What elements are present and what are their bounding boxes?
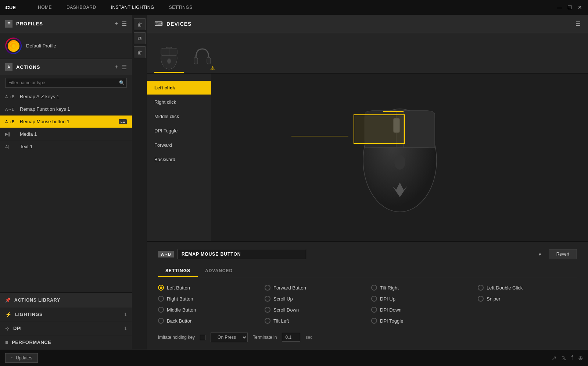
action-name: Media 1 [20,131,37,137]
mouse-btn-middle-click[interactable]: Middle click [147,110,211,123]
actions-icon: A [5,63,12,71]
mouse-image [348,90,451,224]
maximize-button[interactable]: ☐ [566,4,573,10]
tab-advanced[interactable]: ADVANCED [198,265,240,277]
radio-label: Scroll Down [273,307,299,313]
lib-count: 1 [124,312,127,317]
menu-profile-button[interactable]: ☰ [122,20,127,27]
radio-dpi-up[interactable]: DPI Up [371,296,470,302]
mouse-btn-right-click[interactable]: Right click [147,95,211,109]
remap-badge: A→B [158,251,174,257]
radio-tilt-right[interactable]: Tilt Right [371,285,470,291]
radio-label: Back Button [167,318,193,324]
radio-left-double-click[interactable]: Left Double Click [478,285,577,291]
devices-label: DEVICES [166,21,191,27]
library-item-dpi[interactable]: ⊹ DPI 1 [0,321,132,335]
svg-point-1 [12,44,15,48]
radio-forward-button[interactable]: Forward Button [265,285,364,291]
device-tab-headset[interactable]: ⚠ [187,43,217,73]
remap-select[interactable]: REMAP MOUSE BUTTON [178,249,306,259]
nav-dashboard[interactable]: DASHBOARD [59,0,104,15]
device-tab-mouse[interactable] [154,42,184,73]
right-toolbar: 🗑 ⧉ 🗑 [132,15,147,349]
devices-header: ⌨ DEVICES ☰ [147,15,588,33]
radio-middle-button[interactable]: Middle Button [158,307,257,313]
radio-left-button[interactable]: Left Button [158,285,257,291]
menu-action-button[interactable]: ☰ [122,64,127,71]
on-press-dropdown[interactable]: On Press [211,333,248,342]
twitter-icon[interactable]: 𝕏 [562,355,566,362]
action-list: A→B Remap A-Z keys 1 A→B Remap Function … [0,90,132,292]
radio-label: DPI Down [380,307,402,313]
radio-back-button[interactable]: Back Button [158,318,257,324]
minimize-button[interactable]: — [556,4,563,10]
search-input[interactable] [5,78,127,88]
list-item[interactable]: A→B Remap Function keys 1 [0,103,132,116]
list-item[interactable]: ▶‖ Media 1 [0,128,132,141]
mouse-btn-forward[interactable]: Forward [147,138,211,152]
radio-label: DPI Toggle [380,318,403,324]
svg-rect-6 [194,57,198,64]
radio-circle [158,307,164,313]
imitate-holding-key-checkbox[interactable] [200,335,205,340]
radio-label: Right Button [167,296,193,302]
actions-header: A ACTIONS + ☰ [0,59,132,75]
mouse-btn-left-click[interactable]: Left click [147,81,211,95]
devices-menu-icon[interactable]: ☰ [576,20,581,27]
profiles-header: ☰ PROFILES + ☰ [0,15,132,33]
mouse-visual [211,74,588,241]
title-bar: iCUE HOME DASHBOARD INSTANT LIGHTING SET… [0,0,588,15]
mouse-btn-backward[interactable]: Backward [147,153,211,166]
remap-select-wrap: REMAP MOUSE BUTTON [178,249,545,259]
radio-scroll-down[interactable]: Scroll Down [265,307,364,313]
radio-circle [158,318,164,324]
add-action-button[interactable]: + [115,64,118,71]
radio-circle [265,296,270,302]
remap-icon: A→B [5,107,16,111]
performance-icon: ≡ [5,340,8,345]
nav-home[interactable]: HOME [31,0,59,15]
radio-circle [371,285,377,291]
radio-dpi-down[interactable]: DPI Down [371,307,470,313]
lib-label: PERFORMANCE [12,340,123,345]
radio-sniper[interactable]: Sniper [478,296,577,302]
facebook-icon[interactable]: f [571,355,573,362]
svg-point-12 [394,155,405,170]
delete-button[interactable]: 🗑 [134,18,146,30]
profiles-controls: + ☰ [115,20,127,27]
terminate-value-input[interactable] [282,333,300,342]
library-item-performance[interactable]: ≡ PERFORMANCE [0,335,132,349]
radio-dpi-toggle[interactable]: DPI Toggle [371,318,470,324]
app-name: iCUE [4,5,16,10]
mouse-device-icon [154,42,184,71]
nav-instant-lighting[interactable]: INSTANT LIGHTING [104,0,162,15]
radio-tilt-left[interactable]: Tilt Left [265,318,364,324]
remove-button[interactable]: 🗑 [134,46,146,58]
revert-button[interactable]: Revert [549,249,577,259]
library-section: 📌 ACTIONS LIBRARY ⚡ LIGHTINGS 1 ⊹ DPI 1 … [0,292,132,349]
radio-scroll-up[interactable]: Scroll Up [265,296,364,302]
nav-settings[interactable]: SETTINGS [162,0,200,15]
profiles-label: PROFILES [16,21,111,26]
radio-label: Middle Button [167,307,196,313]
discord-icon[interactable]: ⊕ [578,355,583,362]
list-item[interactable]: A→B Remap Mouse button 1 LC [0,116,132,128]
radio-label: Left Button [167,285,190,291]
add-profile-button[interactable]: + [115,20,118,27]
library-item-lightings[interactable]: ⚡ LIGHTINGS 1 [0,308,132,321]
share-icon[interactable]: ↗ [552,355,556,362]
copy-button[interactable]: ⧉ [134,32,146,44]
close-button[interactable]: ✕ [576,4,584,10]
default-profile-item[interactable]: Default Profile [0,33,132,59]
mouse-btn-dpi-toggle[interactable]: DPI Toggle [147,124,211,138]
radio-label: Sniper [487,296,501,302]
radio-right-button[interactable]: Right Button [158,296,257,302]
tab-settings[interactable]: SETTINGS [158,265,198,277]
list-item[interactable]: A| Text 1 [0,141,132,153]
actions-label: ACTIONS [16,64,111,70]
radio-label: Left Double Click [487,285,523,291]
updates-label: Updates [16,355,32,360]
radio-circle [158,285,164,291]
list-item[interactable]: A→B Remap A-Z keys 1 [0,90,132,103]
updates-button[interactable]: ↑ Updates [5,353,38,363]
